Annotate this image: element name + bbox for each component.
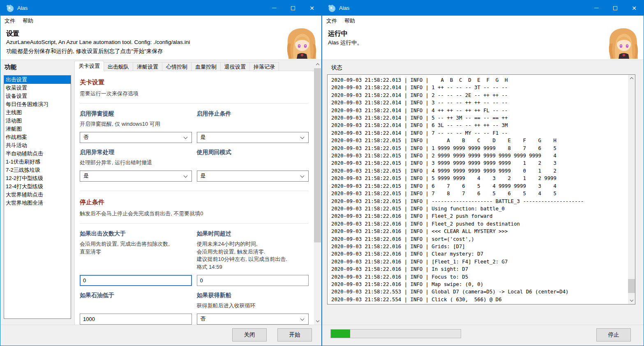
window-title: Alas [17, 5, 28, 11]
field-desc: 获得新船后进入收获循环 [197, 302, 309, 310]
field-label: 使用周回模式 [197, 149, 309, 156]
scroll-thumb[interactable] [628, 279, 635, 293]
menu-help[interactable]: 帮助 [19, 16, 37, 26]
section-title: 关卡设置 [80, 78, 309, 86]
select-value: 否 [201, 315, 206, 323]
sidebar-item[interactable]: 收菜设置 [4, 84, 71, 92]
close-settings-button[interactable]: 关闭 [232, 328, 267, 341]
sidebar-item[interactable]: 1-1伏击刷好感 [4, 158, 71, 166]
minimize-button[interactable] [265, 0, 284, 16]
menubar: 文件 帮助 [0, 16, 321, 26]
start-button[interactable]: 开始 [277, 328, 312, 341]
log-line: 2020-09-03 21:58:22.014 | INFO | 2 -- --… [331, 92, 628, 99]
divider [80, 223, 309, 224]
field-popup: 启用弹窗提醒 开启弹窗提醒, 仅 windows10 可用 否 [80, 104, 192, 143]
log-box[interactable]: 2020-09-03 21:58:22.013 | INFO | A B C D… [327, 74, 635, 304]
progress-fill [331, 330, 350, 338]
exception-select[interactable]: 是 [80, 171, 192, 182]
sidebar-item[interactable]: 活动图 [4, 117, 71, 125]
sidebar-item[interactable]: 大世界辅助点击 [4, 191, 71, 199]
sidebar-item[interactable]: 潜艇图 [4, 125, 71, 133]
tabstrip: 关卡设置出击舰队潜艇设置心情控制血量控制退役设置掉落记录 [74, 61, 279, 71]
menu-file[interactable]: 文件 [0, 16, 19, 26]
settings-tab[interactable]: 出击舰队 [104, 62, 133, 71]
settings-body: 功能 出击设置收菜设置设备设置每日任务困难演习主线图活动图潜艇图作战档案共斗活动… [0, 60, 321, 325]
scroll-thumb[interactable] [314, 68, 321, 242]
settings-tab[interactable]: 潜艇设置 [133, 62, 162, 71]
stop-button[interactable]: 停止 [596, 328, 631, 341]
header: 运行中 Alas 运行中。 [322, 26, 644, 60]
maximize-icon [291, 6, 295, 10]
sidebar-item[interactable]: 7-2三战拣垃圾 [4, 166, 71, 174]
log-line: 2020-09-03 21:58:22.015 | INFO | -------… [331, 198, 628, 205]
menu-file[interactable]: 文件 [322, 16, 341, 26]
sidebar-item[interactable]: 大世界地图全清 [4, 199, 71, 207]
log-scrollbar[interactable] [628, 75, 635, 304]
log-line: 2020-09-03 21:58:22.014 | INFO | 6 3L --… [331, 122, 628, 129]
settings-tab[interactable]: 心情控制 [162, 62, 192, 71]
time-over-input[interactable] [197, 275, 309, 286]
maximize-button[interactable] [606, 0, 625, 16]
form-grid-1: 启用弹窗提醒 开启弹窗提醒, 仅 windows10 可用 否 启用停止条件 是 [80, 104, 309, 182]
scroll-down-icon[interactable] [628, 297, 635, 304]
minimize-icon [594, 8, 599, 8]
new-ship-select[interactable]: 否 [197, 314, 309, 325]
log-line: 2020-09-03 21:58:22.015 | INFO | 2 9999 … [331, 152, 628, 159]
field-oil-below: 如果石油低于 [80, 286, 192, 325]
log-line: 2020-09-03 21:58:22.554 | INFO | Click (… [331, 296, 628, 303]
runner-body: 状态 2020-09-03 21:58:22.013 | INFO | A B … [322, 60, 644, 325]
settings-tab[interactable]: 掉落记录 [249, 62, 279, 71]
sidebar-item[interactable]: 每日任务困难演习 [4, 100, 71, 108]
sidebar-item[interactable]: 设备设置 [4, 92, 71, 100]
page-title: 设置 [6, 30, 19, 38]
close-icon: ✕ [632, 5, 637, 11]
close-button[interactable]: ✕ [302, 0, 321, 16]
settings-tab[interactable]: 退役设置 [220, 62, 250, 71]
stop-condition-select[interactable]: 是 [197, 132, 309, 143]
sidebar-item[interactable]: 主线图 [4, 108, 71, 117]
log-line: 2020-09-03 21:58:22.016 | INFO | Grids: … [331, 243, 628, 250]
settings-tab[interactable]: 血量控制 [191, 62, 221, 71]
progress-bar [330, 329, 461, 338]
popup-select[interactable]: 否 [80, 132, 192, 143]
sidebar-item[interactable]: 半自动辅助点击 [4, 150, 71, 158]
log-line: 2020-09-03 21:58:22.014 | INFO | 7 -- --… [331, 129, 628, 137]
header-description: AzurLaneAutoScript, An Azur Lane automat… [6, 39, 190, 45]
oil-below-input[interactable] [80, 314, 192, 325]
scroll-up-icon[interactable] [314, 61, 321, 68]
log-line: 2020-09-03 21:58:22.015 | INFO | Using f… [331, 205, 628, 212]
log-line: 2020-09-03 21:58:22.015 | INFO | 5 9999 … [331, 175, 628, 182]
sidebar-item[interactable]: 12-2打中型练级 [4, 174, 71, 182]
loop-mode-select[interactable]: 是 [197, 171, 309, 182]
log-line: 2020-09-03 21:58:22.015 | INFO | 1 9999 … [331, 145, 628, 152]
close-button[interactable]: ✕ [625, 0, 644, 16]
sidebar-item[interactable]: 出击设置 [4, 76, 71, 84]
sidebar-item[interactable]: 12-4打大型练级 [4, 182, 71, 191]
scroll-up-icon[interactable] [628, 75, 635, 82]
log-line: 2020-09-03 21:58:22.016 | INFO | In sigh… [331, 265, 628, 273]
minimize-button[interactable] [587, 0, 606, 16]
count-gt-input[interactable] [80, 275, 192, 286]
select-value: 否 [83, 134, 89, 141]
maximize-button[interactable] [284, 0, 302, 16]
settings-scrollbar[interactable] [314, 61, 321, 325]
settings-tab[interactable]: 关卡设置 [74, 61, 104, 71]
titlebar[interactable]: Alas ✕ [0, 0, 321, 16]
stop-section-desc: 触发后不会马上停止会先完成当前出击, 不需要就填0 [80, 210, 309, 217]
chevron-down-icon [183, 135, 187, 139]
sidebar-label: 功能 [5, 63, 16, 71]
log-line: 2020-09-03 21:58:22.013 | INFO | A B C D… [331, 76, 628, 84]
select-value: 是 [201, 172, 206, 180]
menu-help[interactable]: 帮助 [341, 16, 359, 26]
avatar [285, 27, 318, 59]
field-new-ship: 如果获得新船 获得新船后进入收获循环 否 [197, 286, 309, 325]
field-label: 如果石油低于 [80, 292, 192, 299]
sidebar-list: 出击设置收菜设置设备设置每日任务困难演习主线图活动图潜艇图作战档案共斗活动半自动… [4, 75, 71, 319]
scroll-down-icon[interactable] [314, 318, 321, 325]
section-desc: 需要运行一次来保存选项 [80, 90, 309, 97]
log-line: 2020-09-03 21:58:22.016 | INFO | Fleet_2… [331, 212, 628, 220]
sidebar-item[interactable]: 共斗活动 [4, 141, 71, 150]
sidebar-item[interactable]: 作战档案 [4, 133, 71, 141]
titlebar[interactable]: Alas ✕ [322, 0, 644, 16]
log-line: 2020-09-03 21:58:22.015 | INFO | 6 7 6 5… [331, 182, 628, 190]
